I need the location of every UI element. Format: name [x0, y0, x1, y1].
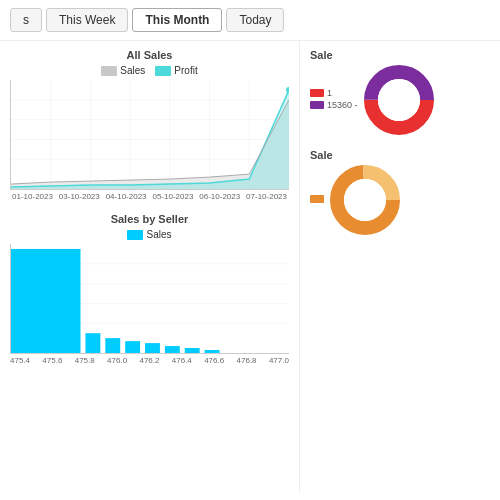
donut1-color-1 — [310, 89, 324, 97]
tab-today[interactable]: Today — [226, 8, 284, 32]
svg-marker-10 — [11, 100, 289, 189]
donut1-label-2: 15360 - — [327, 100, 358, 110]
svg-rect-19 — [105, 338, 120, 353]
svg-rect-23 — [185, 348, 200, 353]
svg-rect-22 — [165, 346, 180, 353]
donut2-row — [310, 165, 490, 235]
bar-chart — [10, 244, 289, 354]
all-sales-section: All Sales Sales Profit — [10, 49, 289, 201]
bar-x-8: 477.0 — [269, 356, 289, 365]
donut1-label-1: 1 — [327, 88, 332, 98]
seller-legend-sales: Sales — [127, 229, 171, 240]
x-label-2: 04-10-2023 — [106, 192, 147, 201]
right-donut2-section: Sale — [310, 149, 490, 235]
donut1-legend-item-2: 15360 - — [310, 100, 358, 110]
legend-profit-color — [155, 66, 171, 76]
sales-by-seller-section: Sales by Seller Sales — [10, 213, 289, 365]
bar-x-labels: 475.4 475.6 475.8 476.0 476.2 476.4 476.… — [10, 356, 289, 365]
svg-point-12 — [286, 87, 289, 93]
donut2-legend — [310, 195, 324, 205]
sales-by-seller-title: Sales by Seller — [10, 213, 289, 225]
all-sales-title: All Sales — [10, 49, 289, 61]
all-sales-legend: Sales Profit — [10, 65, 289, 76]
bar-x-2: 475.8 — [75, 356, 95, 365]
legend-sales-label: Sales — [120, 65, 145, 76]
bar-x-3: 476.0 — [107, 356, 127, 365]
legend-profit-label: Profit — [174, 65, 197, 76]
svg-rect-18 — [85, 333, 100, 353]
bar-chart-svg — [11, 244, 289, 353]
x-label-5: 07-10-2023 — [246, 192, 287, 201]
bar-x-0: 475.4 — [10, 356, 30, 365]
right-donut1-title: Sale — [310, 49, 490, 61]
right-panel: Sale 1 15360 - — [300, 41, 500, 493]
all-sales-x-labels: 01-10-2023 03-10-2023 04-10-2023 05-10-2… — [10, 192, 289, 201]
x-label-3: 05-10-2023 — [152, 192, 193, 201]
x-label-1: 03-10-2023 — [59, 192, 100, 201]
seller-legend-color — [127, 230, 143, 240]
line-chart — [10, 80, 289, 190]
bar-x-5: 476.4 — [172, 356, 192, 365]
x-label-0: 01-10-2023 — [12, 192, 53, 201]
bar-x-7: 476.8 — [237, 356, 257, 365]
svg-rect-24 — [205, 350, 220, 353]
tab-bar: s This Week This Month Today — [0, 0, 500, 41]
svg-rect-20 — [125, 341, 140, 353]
donut1-row: 1 15360 - — [310, 65, 490, 135]
tab-s[interactable]: s — [10, 8, 42, 32]
bar-x-6: 476.6 — [204, 356, 224, 365]
donut1-color-2 — [310, 101, 324, 109]
bar-x-1: 475.6 — [42, 356, 62, 365]
bar-x-4: 476.2 — [139, 356, 159, 365]
svg-point-27 — [378, 79, 420, 121]
donut2-legend-item-1 — [310, 195, 324, 203]
donut2-color-1 — [310, 195, 324, 203]
donut1-svg — [364, 65, 434, 135]
tab-this-month[interactable]: This Month — [132, 8, 222, 32]
svg-rect-17 — [11, 249, 81, 353]
seller-legend-label: Sales — [146, 229, 171, 240]
seller-legend: Sales — [10, 229, 289, 240]
right-donut2-title: Sale — [310, 149, 490, 161]
line-chart-svg — [11, 80, 289, 189]
right-donut1-section: Sale 1 15360 - — [310, 49, 490, 135]
donut1-legend: 1 15360 - — [310, 88, 358, 112]
main-content: All Sales Sales Profit — [0, 41, 500, 493]
donut2-svg — [330, 165, 400, 235]
tab-this-week[interactable]: This Week — [46, 8, 128, 32]
left-panel: All Sales Sales Profit — [0, 41, 300, 493]
legend-sales: Sales — [101, 65, 145, 76]
legend-sales-color — [101, 66, 117, 76]
x-label-4: 06-10-2023 — [199, 192, 240, 201]
svg-rect-21 — [145, 343, 160, 353]
legend-profit: Profit — [155, 65, 197, 76]
svg-point-30 — [344, 179, 386, 221]
donut1-legend-item-1: 1 — [310, 88, 358, 98]
